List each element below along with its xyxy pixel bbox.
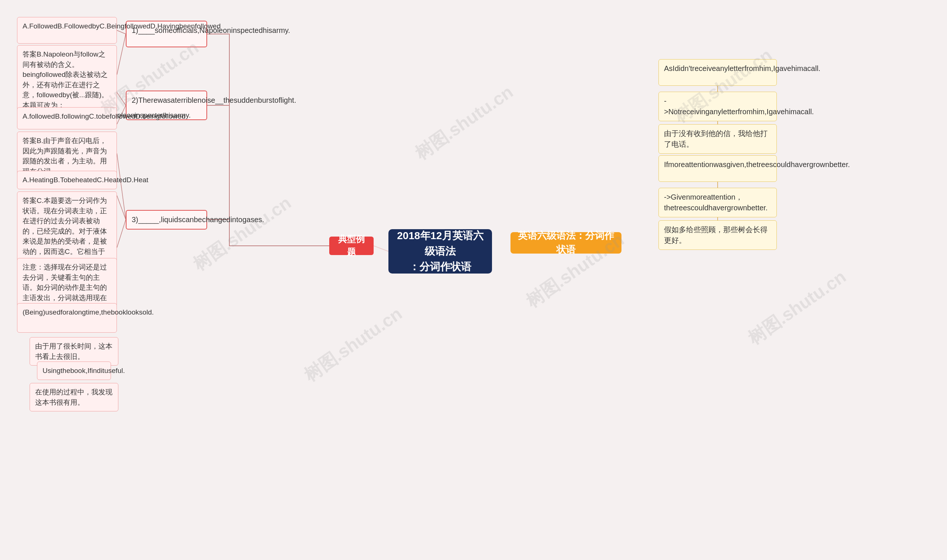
opt2-text: A.followedB.followingC.tobefollowedD.bei… [23, 112, 185, 120]
connector-lines [0, 0, 947, 560]
example-2: Usingthebook,Ifindituseful. [37, 362, 111, 380]
right-example-2-arrow: ->Givenmoreattention，thetreescouldhaverg… [659, 188, 777, 217]
trans1-text: 由于用了很长时间，这本书看上去很旧。 [35, 342, 113, 360]
watermark-3: 树图.shutu.cn [300, 302, 407, 387]
option-2: A.followedB.followingC.tobefollowedD.bei… [17, 107, 117, 129]
question-3: 3)_____,liquidscanbechangedintogases. [126, 210, 207, 229]
q2-text: 2)Therewasaterriblenoise__thesuddenburst… [132, 96, 296, 104]
right-example-2-en: Ifmoreattentionwasgiven,thetreescouldhav… [659, 155, 777, 182]
svg-line-8 [117, 220, 126, 248]
r2-en-text: Ifmoreattentionwasgiven,thetreescouldhav… [664, 160, 850, 169]
svg-line-7 [117, 195, 126, 220]
eg2-text: Usingthebook,Ifindituseful. [43, 367, 125, 374]
r2-cn-text: 假如多给些照顾，那些树会长得更好。 [664, 226, 768, 244]
option-3: A.HeatingB.TobeheatedC.HeatedD.Heat [17, 171, 117, 189]
watermark-4: 树图.shutu.cn [410, 80, 518, 165]
watermark-7: 树图.shutu.cn [743, 265, 851, 350]
trans2-text: 在使用的过程中，我发现这本书很有用。 [35, 388, 113, 406]
right-translation-2: 假如多给些照顾，那些树会长得更好。 [659, 220, 777, 250]
svg-line-4 [117, 92, 126, 105]
option-1: A.FollowedB.FollowedbyC.BeingfollowedD.H… [17, 17, 117, 44]
left-label: 典型例题 [329, 237, 373, 255]
r1-cn-text: 由于没有收到他的信，我给他打了电话。 [664, 129, 768, 148]
r1-en-text: AsIdidn'treceiveanyletterfromhim,Igavehi… [664, 64, 821, 72]
right-translation-1: 由于没有收到他的信，我给他打了电话。 [659, 124, 777, 154]
opt3-text: A.HeatingB.TobeheatedC.HeatedD.Heat [23, 176, 148, 184]
right-label: 英语六级语法：分词作状语 [511, 232, 622, 254]
ans2-text: 答案B.由于声音在闪电后，因此为声跟随着光，声音为跟随的发出者，为主动。用现在分… [23, 137, 107, 175]
right-example-1-en: AsIdidn'treceiveanyletterfromhim,Igavehi… [659, 59, 777, 86]
svg-line-6 [117, 154, 126, 220]
opt1-text: A.FollowedB.FollowedbyC.BeingfollowedD.H… [23, 22, 221, 30]
svg-line-3 [117, 34, 126, 75]
right-example-1-arrow: ->Notreceivinganyletterfromhim,Igavehima… [659, 92, 777, 121]
right-label-text: 英语六级语法：分词作状语 [516, 229, 616, 257]
svg-line-0 [373, 246, 389, 251]
r2-arrow-text: ->Givenmoreattention，thetreescouldhaverg… [664, 193, 768, 212]
watermark-2: 树图.shutu.cn [189, 191, 296, 276]
translation-2: 在使用的过程中，我发现这本书很有用。 [29, 383, 119, 411]
center-node: 2018年12月英语六级语法 ：分词作状语 [389, 229, 492, 274]
left-label-text: 典型例题 [335, 233, 369, 259]
eg1-text: (Being)usedforalongtime,thebooklooksold. [23, 308, 154, 316]
q3-text: 3)_____,liquidscanbechangedintogases. [132, 215, 264, 224]
r1-arrow-text: ->Notreceivinganyletterfromhim,Igavehima… [664, 97, 814, 116]
example-1: (Being)usedforalongtime,thebooklooksold. [17, 303, 117, 333]
svg-line-1 [492, 246, 511, 251]
center-node-title: 2018年12月英语六级语法 ：分词作状语 [393, 228, 487, 275]
